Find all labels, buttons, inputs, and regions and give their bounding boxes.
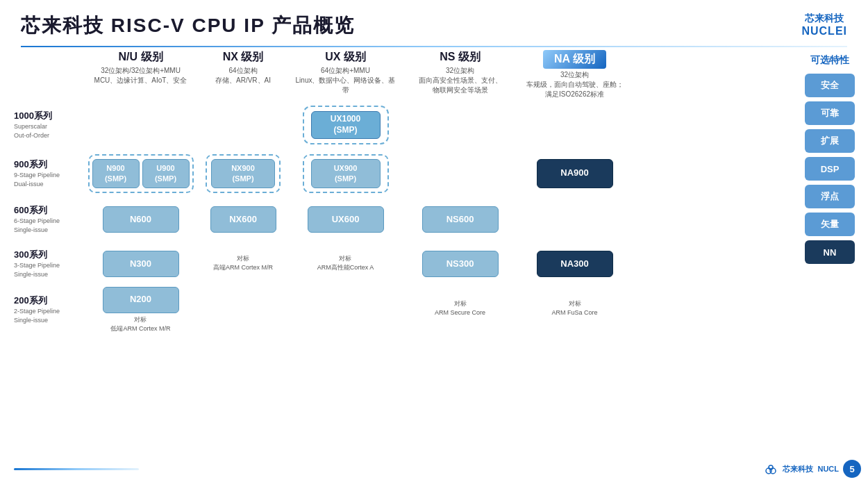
- feature-btn-dsp[interactable]: DSP: [805, 157, 855, 181]
- feature-btn-security[interactable]: 安全: [805, 74, 855, 97]
- cat-na-subtitle: 32位架构车规级，面向自动驾驶、座舱；满足ISO26262标准: [526, 70, 624, 99]
- note-300-ux: 对标ARM高性能Cortex A: [317, 254, 374, 272]
- chip-nx900: NX900(SMP): [211, 159, 275, 188]
- category-nx: NX 级别 64位架构存储、AR/VR、AI: [198, 50, 288, 99]
- logo-cn: 芯来科技: [801, 13, 847, 25]
- nu900-group: N900(SMP) U900(SMP): [88, 154, 194, 193]
- feature-btn-nn[interactable]: NN: [805, 240, 855, 264]
- row-200: 200系列 2-Stage PipelineSingle-issue N200 …: [14, 286, 799, 333]
- chip-n900: N900(SMP): [92, 159, 140, 188]
- page-title: 芯来科技 RISC-V CPU IP 产品概览: [21, 13, 355, 39]
- logo-area: 芯来科技 NUCLEI: [801, 13, 847, 38]
- page-number: 5: [843, 460, 861, 478]
- row-600: 600系列 6-Stage PipelineSingle-issue N600 …: [14, 199, 799, 240]
- ux1000-group: UX1000(SMP): [303, 106, 389, 144]
- features-title: 可选特性: [810, 54, 849, 67]
- feature-btn-extend[interactable]: 扩展: [805, 129, 855, 153]
- series-200-label: 200系列 2-Stage PipelineSingle-issue: [14, 294, 83, 324]
- chip-na900: NA900: [537, 159, 613, 188]
- feature-btn-vector[interactable]: 矢量: [805, 213, 855, 236]
- col-200-nu: N200 对标低端ARM Cortex M/R: [83, 287, 198, 333]
- chip-n600: N600: [103, 206, 179, 233]
- category-ux: UX 级别 64位架构+MMULinux、数据中心、网络设备、基带: [288, 50, 403, 99]
- ux900-group: UX900(SMP): [303, 154, 389, 193]
- main-layout: N/U 级别 32位架构/32位架构+MMUMCU、边缘计算、AIoT、安全 N…: [14, 47, 861, 463]
- col-300-na: NA300: [517, 251, 632, 277]
- col-900-na: NA900: [517, 159, 632, 188]
- category-headers: N/U 级别 32位架构/32位架构+MMUMCU、边缘计算、AIoT、安全 N…: [83, 50, 799, 99]
- col-900-ux: UX900(SMP): [288, 154, 403, 193]
- chip-n200: N200: [103, 287, 179, 313]
- series-1000-label: 1000系列 SuperscalarOut-of-Order: [14, 110, 83, 140]
- footer-logo-en: NUCL: [817, 465, 839, 473]
- col-200-na: 对标ARM FuSa Core: [517, 299, 632, 319]
- note-200-nu: 对标低端ARM Cortex M/R: [110, 315, 170, 333]
- footer-right: 芯来科技 NUCL 5: [763, 460, 861, 478]
- cat-nx-title: NX 级别: [223, 50, 264, 65]
- right-sidebar: 可选特性 安全 可靠 扩展 DSP 浮点 矢量 NN: [799, 47, 861, 463]
- row-1000: 1000系列 SuperscalarOut-of-Order UX1000(SM…: [14, 103, 799, 147]
- logo-en: NUCLEI: [801, 25, 847, 38]
- note-300-nx: 对标高端ARM Cortex M/R: [213, 254, 273, 272]
- col-300-ux: 对标ARM高性能Cortex A: [288, 254, 403, 273]
- footer-logo-icon: [763, 461, 778, 476]
- nx900-group: NX900(SMP): [206, 154, 281, 193]
- row-900: 900系列 9-Stage PipelineDual-issue N900(SM…: [14, 151, 799, 196]
- chip-ux600: UX600: [308, 206, 384, 233]
- chip-ns300: NS300: [422, 251, 499, 277]
- chip-ux1000: UX1000(SMP): [311, 111, 381, 139]
- cat-nx-subtitle: 64位架构存储、AR/VR、AI: [215, 66, 271, 85]
- series-300-label: 300系列 3-Stage PipelineSingle-issue: [14, 249, 83, 279]
- category-ns: NS 级别 32位架构面向高安全性场景、支付、物联网安全等场景: [403, 50, 517, 99]
- chip-nx600: NX600: [210, 206, 276, 233]
- cat-ux-title: UX 级别: [325, 50, 366, 65]
- footer: 芯来科技 NUCL 5: [14, 460, 861, 478]
- col-300-ns: NS300: [403, 251, 517, 277]
- col-900-nu: N900(SMP) U900(SMP): [83, 154, 198, 193]
- chip-u900: U900(SMP): [142, 159, 190, 188]
- feature-btn-reliable[interactable]: 可靠: [805, 101, 855, 125]
- category-nu: N/U 级别 32位架构/32位架构+MMUMCU、边缘计算、AIoT、安全: [83, 50, 198, 99]
- category-na: NA 级别 32位架构车规级，面向自动驾驶、座舱；满足ISO26262标准: [517, 50, 632, 99]
- row-300: 300系列 3-Stage PipelineSingle-issue N300 …: [14, 243, 799, 285]
- col-300-nx: 对标高端ARM Cortex M/R: [198, 254, 288, 273]
- col-900-nx: NX900(SMP): [198, 154, 288, 193]
- col-600-nx: NX600: [198, 206, 288, 233]
- col-600-ux: UX600: [288, 206, 403, 233]
- chip-ns600: NS600: [422, 206, 499, 233]
- cat-nu-subtitle: 32位架构/32位架构+MMUMCU、边缘计算、AIoT、安全: [94, 66, 187, 85]
- cat-ns-title: NS 级别: [440, 50, 481, 65]
- cat-ux-subtitle: 64位架构+MMULinux、数据中心、网络设备、基带: [296, 66, 396, 95]
- footer-logo-cn: 芯来科技: [783, 464, 813, 474]
- chip-na300: NA300: [537, 251, 613, 277]
- cat-ns-subtitle: 32位架构面向高安全性场景、支付、物联网安全等场景: [419, 66, 502, 95]
- chart-section: N/U 级别 32位架构/32位架构+MMUMCU、边缘计算、AIoT、安全 N…: [14, 47, 799, 463]
- series-900-label: 900系列 9-Stage PipelineDual-issue: [14, 158, 83, 188]
- chip-n300: N300: [103, 251, 179, 277]
- header: 芯来科技 RISC-V CPU IP 产品概览 芯来科技 NUCLEI: [0, 0, 868, 46]
- series-600-label: 600系列 6-Stage PipelineSingle-issue: [14, 204, 83, 234]
- footer-line: [14, 468, 139, 470]
- cat-na-title: NA 级别: [543, 50, 606, 69]
- cat-nu-title: N/U 级别: [119, 50, 163, 65]
- note-200-ns: 对标ARM Secure Core: [435, 299, 485, 317]
- col-200-ns: 对标ARM Secure Core: [403, 299, 517, 319]
- col-600-nu: N600: [83, 206, 198, 233]
- chip-ux900: UX900(SMP): [311, 159, 381, 188]
- col-300-nu: N300: [83, 251, 198, 277]
- note-200-na: 对标ARM FuSa Core: [551, 299, 597, 317]
- col-600-ns: NS600: [403, 206, 517, 233]
- feature-btn-float[interactable]: 浮点: [805, 185, 855, 208]
- col-1000-ux: UX1000(SMP): [288, 106, 403, 144]
- page: 芯来科技 RISC-V CPU IP 产品概览 芯来科技 NUCLEI N/U …: [0, 0, 868, 482]
